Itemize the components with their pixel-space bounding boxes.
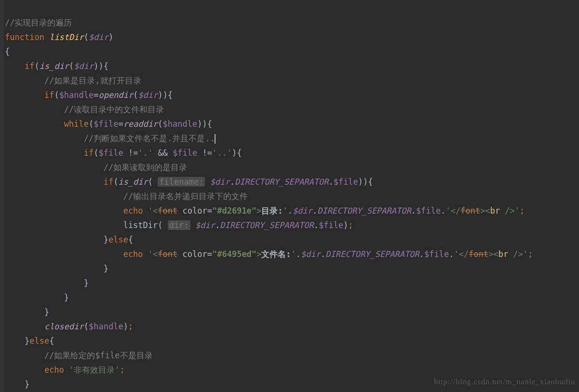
text-cursor: [215, 134, 215, 144]
var-file: $file: [173, 148, 197, 158]
fn-readdir: readdir: [123, 119, 158, 129]
kw-else: else: [29, 336, 49, 346]
var-dir: $dir: [293, 206, 312, 216]
var-file: $file: [334, 177, 358, 187]
var-dir: $dir: [195, 220, 215, 230]
var-handle: $handle: [163, 119, 198, 129]
watermark: http://blog.csdn.net/m_nanle_xiaobudiu: [434, 375, 575, 389]
param-hint: dir:: [168, 220, 190, 230]
comment: //如果是目录,就打开目录: [44, 76, 141, 85]
const-sep: DIRECTORY_SEPARATOR: [220, 220, 313, 230]
kw-function: function: [5, 32, 44, 42]
fn-isdir: is_dir: [118, 177, 148, 187]
comment: //实现目录的遍历: [5, 18, 72, 27]
kw-if: if: [84, 148, 94, 158]
var-dir: $dir: [138, 90, 158, 100]
const-sep: DIRECTORY_SEPARATOR: [325, 249, 419, 259]
color-val: "#d2691e": [212, 206, 256, 216]
label-dir: 目录:: [261, 206, 283, 216]
param: $dir: [89, 32, 108, 42]
var-file: $file: [99, 148, 123, 158]
label-file: 文件名:: [261, 249, 291, 259]
tag-font: font: [460, 206, 480, 216]
kw-echo: echo: [123, 206, 143, 216]
var-handle: $handle: [89, 322, 123, 331]
kw-while: while: [64, 119, 89, 129]
kw-else: else: [108, 235, 128, 244]
str-invalid: '非有效目录': [69, 365, 120, 375]
var-dir: $dir: [301, 249, 321, 259]
kw-echo: echo: [44, 365, 64, 375]
str-dot: '.': [138, 148, 153, 158]
fn-isdir: is_dir: [40, 61, 69, 71]
func-name: listDir: [49, 32, 84, 42]
comment: //如果给定的$file不是目录: [44, 351, 153, 360]
var-handle: $handle: [59, 90, 94, 100]
param-hint: filename:: [158, 177, 205, 187]
var-file: $file: [424, 249, 449, 259]
fn-opendir: opendir: [99, 90, 134, 100]
kw-echo: echo: [123, 249, 143, 259]
tag-br: br: [498, 249, 508, 259]
tag-br: br: [490, 206, 500, 216]
tag-font: font: [469, 249, 488, 259]
var-file: $file: [94, 119, 118, 129]
op-and: &&: [158, 148, 167, 158]
kw-if: if: [25, 61, 34, 71]
var-dir: $dir: [210, 177, 230, 187]
kw-if: if: [104, 177, 113, 187]
const-sep: DIRECTORY_SEPARATOR: [317, 206, 411, 216]
tag-font: font: [158, 249, 177, 259]
comment: //判断如果文件名不是.并且不是..: [84, 134, 215, 143]
gutter: [0, 0, 4, 392]
fn-listdir: listDir: [123, 220, 158, 230]
comment: //输出目录名并递归目录下的文件: [123, 191, 248, 201]
const-sep: DIRECTORY_SEPARATOR: [235, 177, 328, 187]
tag-font: font: [158, 206, 177, 216]
var-file: $file: [319, 220, 343, 230]
code-editor[interactable]: //实现目录的遍历 function listDir($dir) { if(is…: [0, 0, 579, 392]
var-dir: $dir: [74, 61, 94, 71]
str-dotdot: '..': [212, 148, 232, 158]
kw-if: if: [44, 90, 54, 100]
fn-closedir: closedir: [44, 322, 84, 331]
comment: //读取目录中的文件和目录: [64, 105, 164, 114]
comment: //如果读取到的是目录: [104, 162, 187, 172]
var-file: $file: [416, 206, 441, 216]
color-val: "#6495ed": [212, 249, 256, 259]
